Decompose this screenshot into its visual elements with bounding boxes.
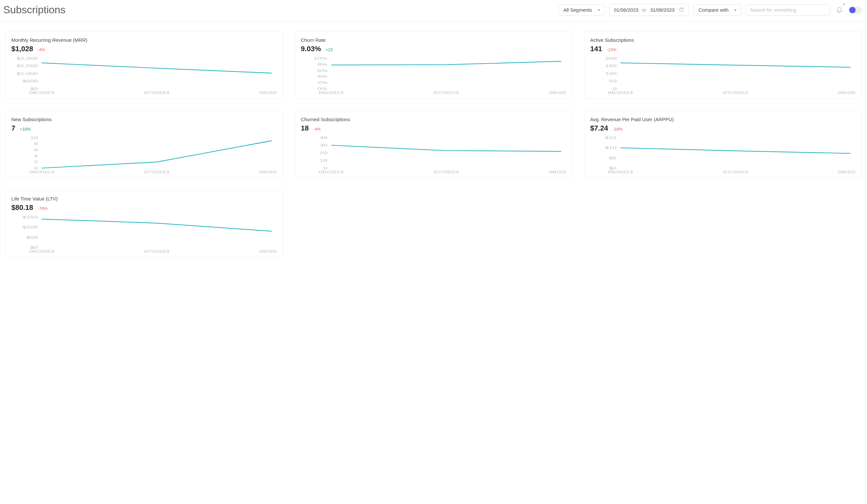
svg-text:10: 10 — [30, 136, 38, 140]
search-input[interactable] — [746, 4, 830, 15]
svg-text:4%: 4% — [318, 75, 328, 79]
compare-select[interactable]: Compare with ▾ — [694, 4, 741, 15]
svg-text:$0: $0 — [609, 166, 617, 170]
svg-text:10: 10 — [320, 159, 328, 163]
metric-card-churn[interactable]: Churn Rate9.03%+2310%8%6%4%2%0%06/202307… — [295, 31, 572, 99]
svg-text:$5: $5 — [609, 156, 617, 160]
metric-title: Churn Rate — [301, 37, 566, 43]
svg-text:07/2023: 07/2023 — [144, 91, 169, 95]
metric-value: $7.24 — [590, 124, 608, 132]
value-row: $80.18-70% — [11, 204, 277, 212]
page-title: Subscriptions — [3, 4, 65, 16]
metric-delta: +16% — [20, 127, 31, 132]
svg-text:$150: $150 — [22, 215, 38, 219]
metric-card-churned[interactable]: Churned Subscriptions18-4%40302010006/20… — [295, 110, 572, 178]
date-range-picker[interactable]: 01/06/2023 to 31/08/2023 — [609, 4, 689, 16]
sparkline-chart: $15$10$5$006/202307/202308/2023 — [590, 136, 856, 175]
notifications-button[interactable] — [835, 4, 844, 15]
svg-text:06/2023: 06/2023 — [608, 170, 633, 174]
svg-text:4: 4 — [34, 154, 38, 158]
metric-card-mrr[interactable]: Monthly Recurring Revenue (MRR)$1,028-4%… — [5, 31, 283, 99]
metric-title: Monthly Recurring Revenue (MRR) — [11, 37, 277, 43]
page-header: Subscriptions All Segments ▾ 01/06/2023 … — [0, 0, 867, 22]
svg-text:8: 8 — [34, 142, 38, 146]
svg-text:50: 50 — [609, 79, 617, 83]
svg-text:08/2023: 08/2023 — [549, 170, 566, 174]
svg-text:$15: $15 — [605, 136, 617, 140]
metric-delta: -18% — [612, 127, 622, 132]
svg-text:07/2023: 07/2023 — [144, 249, 169, 253]
svg-text:07/2023: 07/2023 — [723, 91, 748, 95]
svg-text:$500: $500 — [22, 79, 38, 83]
svg-text:08/2023: 08/2023 — [838, 170, 856, 174]
metric-value: 7 — [11, 124, 15, 132]
date-to: 31/08/2023 — [650, 7, 674, 13]
metric-value: $80.18 — [11, 204, 33, 212]
metric-card-new[interactable]: New Subscriptions7+16%108642006/202307/2… — [5, 110, 283, 178]
value-row: 18-4% — [301, 124, 566, 132]
metric-card-arppu[interactable]: Avg. Revenue Per Paid User (ARPPU)$7.24-… — [584, 110, 862, 178]
svg-text:8%: 8% — [318, 63, 328, 66]
svg-text:$10: $10 — [605, 146, 617, 150]
svg-text:08/2023: 08/2023 — [259, 91, 277, 95]
svg-text:0%: 0% — [318, 87, 328, 91]
metric-title: Avg. Revenue Per Paid User (ARPPU) — [590, 117, 856, 122]
metric-title: Churned Subscriptions — [301, 117, 566, 122]
svg-text:$2,000: $2,000 — [17, 56, 38, 60]
value-row: $7.24-18% — [590, 124, 856, 132]
sparkline-chart: $2,000$1,500$1,000$500$006/202307/202308… — [11, 56, 277, 95]
segments-select[interactable]: All Segments ▾ — [558, 4, 604, 15]
metric-value: $1,028 — [11, 45, 33, 53]
svg-text:200: 200 — [605, 56, 617, 60]
svg-text:08/2023: 08/2023 — [259, 170, 277, 174]
toggle-knob — [849, 7, 856, 13]
svg-text:0: 0 — [613, 87, 617, 91]
metric-title: New Subscriptions — [11, 117, 277, 122]
svg-text:10%: 10% — [313, 56, 328, 60]
svg-text:$50: $50 — [26, 235, 38, 239]
svg-text:08/2023: 08/2023 — [549, 91, 566, 95]
svg-text:$0: $0 — [30, 245, 38, 249]
metric-card-ltv[interactable]: Life Time Value (LTV)$80.18-70%$150$100$… — [5, 190, 283, 258]
svg-text:06/2023: 06/2023 — [29, 170, 54, 174]
svg-text:06/2023: 06/2023 — [29, 91, 54, 95]
svg-text:100: 100 — [605, 72, 617, 76]
chevron-down-icon: ▾ — [735, 8, 736, 12]
sparkline-chart: 108642006/202307/202308/2023 — [11, 136, 277, 175]
svg-text:150: 150 — [605, 64, 617, 68]
svg-rect-0 — [679, 8, 684, 11]
metric-delta: -4% — [38, 47, 45, 52]
svg-text:06/2023: 06/2023 — [608, 91, 633, 95]
metric-card-active[interactable]: Active Subscriptions141-13%2001501005000… — [584, 31, 862, 99]
svg-text:0: 0 — [324, 166, 328, 170]
svg-text:06/2023: 06/2023 — [29, 249, 54, 253]
value-row: 9.03%+23 — [301, 45, 566, 53]
svg-text:2: 2 — [34, 160, 38, 164]
metric-title: Active Subscriptions — [590, 37, 856, 43]
svg-text:0: 0 — [34, 166, 38, 170]
compare-select-label: Compare with — [698, 7, 729, 13]
theme-toggle[interactable] — [849, 7, 862, 14]
date-separator: to — [642, 7, 646, 13]
cards-grid: Monthly Recurring Revenue (MRR)$1,028-4%… — [0, 22, 867, 266]
svg-text:30: 30 — [320, 143, 328, 147]
sparkline-chart: $150$100$50$006/202307/202308/2023 — [11, 215, 277, 254]
svg-text:06/2023: 06/2023 — [318, 91, 343, 95]
chevron-down-icon: ▾ — [598, 8, 600, 12]
metric-delta: +23 — [325, 47, 333, 52]
svg-text:08/2023: 08/2023 — [838, 91, 856, 95]
svg-text:20: 20 — [320, 151, 328, 155]
value-row: 141-13% — [590, 45, 856, 53]
svg-text:6%: 6% — [318, 69, 328, 73]
sparkline-chart: 10%8%6%4%2%0%06/202307/202308/2023 — [301, 56, 566, 95]
calendar-icon — [679, 7, 684, 13]
svg-text:2%: 2% — [318, 81, 328, 85]
metric-delta: -13% — [607, 47, 617, 52]
svg-text:07/2023: 07/2023 — [144, 170, 169, 174]
svg-text:07/2023: 07/2023 — [434, 91, 459, 95]
svg-text:$1,000: $1,000 — [17, 72, 38, 76]
date-from: 01/06/2023 — [614, 7, 639, 13]
segments-select-label: All Segments — [563, 7, 592, 13]
svg-text:$1,500: $1,500 — [17, 64, 38, 68]
notification-dot-icon — [843, 3, 845, 5]
